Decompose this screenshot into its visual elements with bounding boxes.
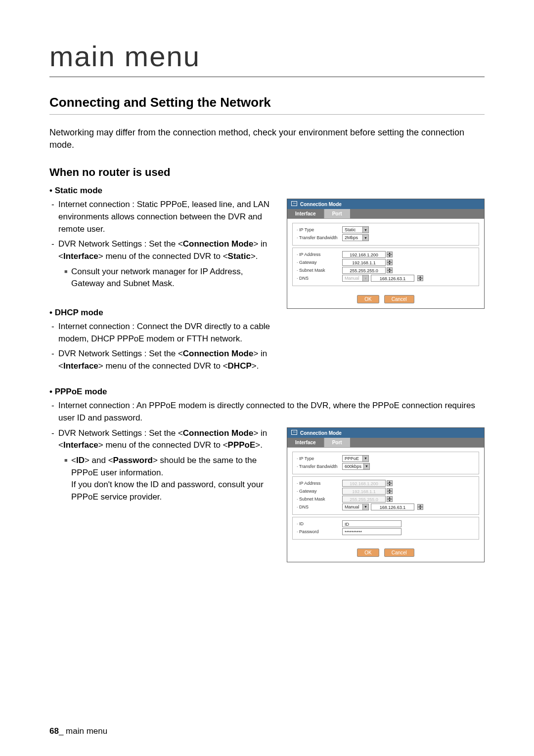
select-dns-mode[interactable]: Manual▼ <box>342 275 369 282</box>
input-id[interactable]: ID <box>342 520 401 527</box>
label-subnet: · Subnet Mask <box>297 497 342 502</box>
tab-interface[interactable]: Interface <box>287 209 324 218</box>
exit-icon[interactable] <box>291 201 297 206</box>
pppoe-item-2: - DVR Network Settings : Set the <Connec… <box>49 427 277 452</box>
label-dns: · DNS <box>297 504 342 509</box>
label-bandwidth: · Transfer Bandwidth <box>297 464 342 469</box>
dhcp-item-1: - Internet connection : Connect the DVR … <box>49 321 277 345</box>
ok-button[interactable]: OK <box>357 548 379 557</box>
dialog-title: Connection Mode <box>287 199 484 209</box>
section-heading: Connecting and Setting the Network <box>49 95 485 110</box>
select-bandwidth[interactable]: 2Mbps▼ <box>342 234 369 241</box>
label-gateway: · Gateway <box>297 260 342 265</box>
pppoe-mode-title: • PPPoE mode <box>49 387 485 397</box>
select-dns-mode[interactable]: Manual▼ <box>342 504 369 510</box>
dhcp-item-2: - DVR Network Settings : Set the <Connec… <box>49 348 277 372</box>
tab-port[interactable]: Port <box>324 438 350 447</box>
intro-text: Networking may differ from the connectio… <box>49 126 485 151</box>
section-rule <box>49 114 485 115</box>
chevron-down-icon: ▼ <box>362 227 368 233</box>
spinner-icon[interactable]: ▲▼ <box>417 504 423 510</box>
input-ip-addr[interactable]: 192.168.1.200 <box>342 251 386 258</box>
spinner-icon: ▲▼ <box>387 496 393 502</box>
label-password: · Password <box>297 529 342 534</box>
page-footer: 68_ main menu <box>49 726 107 736</box>
input-ip-addr: 192.168.1.200 <box>342 480 386 487</box>
input-password[interactable]: ********** <box>342 528 401 535</box>
chevron-down-icon: ▼ <box>362 456 368 462</box>
label-ip-type: · IP Type <box>297 456 342 461</box>
input-subnet: 255.255.255.0 <box>342 496 386 503</box>
cancel-button[interactable]: Cancel <box>384 295 414 303</box>
chevron-down-icon: ▼ <box>362 235 368 241</box>
static-sub-1: ■ Consult your network manager for IP Ad… <box>49 266 277 290</box>
tab-interface[interactable]: Interface <box>287 438 324 447</box>
dialog-pppoe: Connection Mode Interface Port · IP Type… <box>287 427 485 562</box>
select-ip-type[interactable]: Static▼ <box>342 226 369 233</box>
chevron-down-icon: ▼ <box>363 463 369 469</box>
label-gateway: · Gateway <box>297 489 342 494</box>
label-dns: · DNS <box>297 276 342 281</box>
page-title: main menu <box>49 40 485 77</box>
label-subnet: · Subnet Mask <box>297 268 342 273</box>
exit-icon[interactable] <box>291 430 297 435</box>
spinner-icon[interactable]: ▲▼ <box>417 275 423 281</box>
pppoe-sub-1: ■ <ID> and <Password> should be the same… <box>49 455 277 504</box>
select-bandwidth[interactable]: 600kbps▼ <box>342 463 370 470</box>
cancel-button[interactable]: Cancel <box>384 548 414 557</box>
static-item-1: - Internet connection : Static PPPoE, le… <box>49 199 277 235</box>
dialog-static: Connection Mode Interface Port · IP Type… <box>287 199 485 309</box>
spinner-icon: ▲▼ <box>387 480 393 486</box>
dhcp-mode-title: • DHCP mode <box>49 308 277 318</box>
input-dns[interactable]: 168.126.63.1 <box>371 504 414 510</box>
label-id: · ID <box>297 521 342 526</box>
tab-port[interactable]: Port <box>324 209 350 218</box>
input-gateway: 192.168.1.1 <box>342 488 386 495</box>
input-subnet[interactable]: 255.255.255.0 <box>342 267 386 274</box>
dialog-title: Connection Mode <box>287 428 484 438</box>
ok-button[interactable]: OK <box>357 295 379 303</box>
sub-heading: When no router is used <box>49 166 485 179</box>
static-item-2: - DVR Network Settings : Set the <Connec… <box>49 238 277 262</box>
label-ip-addr: · IP Address <box>297 252 342 257</box>
chevron-down-icon: ▼ <box>362 275 368 281</box>
label-bandwidth: · Transfer Bandwidth <box>297 235 342 240</box>
input-gateway[interactable]: 192.168.1.1 <box>342 259 386 266</box>
input-dns[interactable]: 168.126.63.1 <box>371 275 414 282</box>
chevron-down-icon: ▼ <box>362 504 368 510</box>
label-ip-addr: · IP Address <box>297 481 342 486</box>
pppoe-item-1: - Internet connection : An PPPoE modem i… <box>49 400 485 424</box>
spinner-icon[interactable]: ▲▼ <box>387 267 393 273</box>
static-mode-title: • Static mode <box>49 186 485 196</box>
spinner-icon: ▲▼ <box>387 488 393 494</box>
spinner-icon[interactable]: ▲▼ <box>387 252 393 257</box>
spinner-icon[interactable]: ▲▼ <box>387 259 393 265</box>
label-ip-type: · IP Type <box>297 227 342 232</box>
select-ip-type[interactable]: PPPoE▼ <box>342 455 369 462</box>
